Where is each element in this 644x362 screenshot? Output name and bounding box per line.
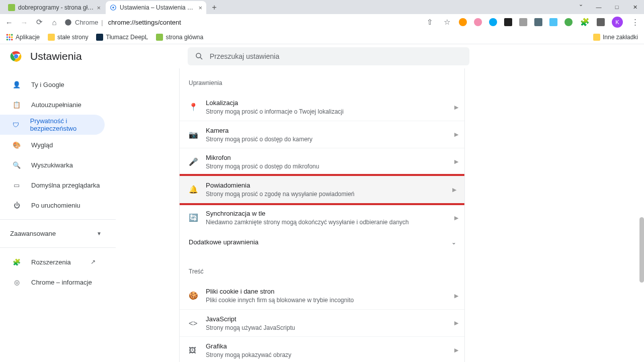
extension-icon[interactable] [474, 18, 482, 26]
extension-icon[interactable] [549, 18, 557, 26]
sidebar-item-label: Zaawansowane [10, 230, 56, 237]
bookmark-other[interactable]: Inne zakładki [593, 34, 638, 41]
row-microphone[interactable]: 🎤 MikrofonStrony mogą prosić o dostęp do… [180, 148, 464, 175]
extension-icon[interactable] [459, 18, 467, 26]
settings-page: Ustawienia Przeszukaj ustawienia 👤Ty i G… [0, 44, 644, 362]
maximize-button[interactable]: □ [608, 4, 626, 10]
search-icon: 🔍 [12, 161, 21, 169]
sidebar-item-label: Chrome – informacje [31, 279, 92, 286]
chevron-right-icon: ▶ [454, 347, 458, 353]
close-window-button[interactable]: ✕ [626, 4, 644, 11]
share-icon[interactable]: ⇧ [425, 18, 435, 27]
row-title: Grafika [206, 342, 454, 350]
camera-icon: 📷 [189, 130, 206, 139]
sidebar-item-label: Prywatność i bezpieczeństwo [30, 117, 105, 132]
tab-dobreprogramy[interactable]: dobreprogramy - strona główna × [4, 1, 105, 14]
chevron-down-icon: ⌄ [451, 239, 456, 246]
tab-settings-active[interactable]: Ustawienia – Ustawienia witryn × [106, 1, 206, 14]
star-icon[interactable]: ☆ [442, 18, 452, 27]
sidebar-item-about[interactable]: ◎Chrome – informacje [0, 272, 105, 292]
chevron-right-icon: ▶ [454, 158, 458, 165]
row-javascript[interactable]: <> JavaScriptStrony mogą używać JavaScri… [180, 309, 464, 336]
cookie-icon: 🍪 [189, 291, 206, 300]
bookmark-item[interactable]: strona główna [156, 34, 203, 41]
chevron-right-icon: ▶ [454, 104, 458, 111]
sidebar-item-privacy[interactable]: 🛡Prywatność i bezpieczeństwo [0, 115, 105, 135]
bookmark-item[interactable]: stałe strony [48, 34, 88, 41]
close-icon[interactable]: × [198, 4, 202, 12]
svg-point-3 [7, 34, 9, 36]
chevron-down-icon: ▼ [97, 231, 102, 236]
extension-icon[interactable] [597, 18, 605, 26]
row-title: JavaScript [206, 315, 454, 323]
sidebar-item-label: Wygląd [31, 141, 53, 149]
sidebar-item-extensions[interactable]: 🧩Rozszerzenia↗ [0, 252, 105, 272]
sidebar-item-you[interactable]: 👤Ty i Google [0, 74, 105, 95]
apps-icon [6, 34, 13, 41]
row-subtitle: Strony mogą prosić o zgodę na wysyłanie … [206, 191, 452, 198]
row-camera[interactable]: 📷 KameraStrony mogą prosić o dostęp do k… [180, 121, 464, 148]
forward-button[interactable]: → [19, 18, 29, 27]
url-text[interactable]: chrome://settings/content [108, 19, 181, 26]
settings-main: Uprawnienia 📍 LokalizacjaStrony mogą pro… [179, 68, 465, 362]
reload-button[interactable]: ⟳ [34, 18, 44, 27]
menu-button[interactable]: ⋮ [630, 18, 640, 27]
bookmark-label: strona główna [166, 34, 203, 41]
bookmark-label: Tłumacz DeepL [106, 34, 148, 41]
row-cookies[interactable]: 🍪 Pliki cookie i dane stronPliki cookie … [180, 282, 464, 309]
row-location[interactable]: 📍 LokalizacjaStrony mogą prosić o inform… [180, 94, 464, 121]
row-subtitle: Strony mogą prosić o dostęp do kamery [206, 136, 454, 143]
window-icon: ▭ [12, 182, 21, 189]
extension-icon[interactable] [534, 18, 542, 26]
sidebar-advanced[interactable]: Zaawansowane▼ [0, 224, 116, 243]
svg-point-6 [7, 36, 9, 38]
person-icon: 👤 [12, 81, 21, 88]
sidebar-item-autofill[interactable]: 📋Autouzupełnianie [0, 95, 105, 115]
section-permissions-label: Uprawnienia [180, 68, 464, 94]
search-icon [195, 52, 204, 61]
extension-icon[interactable] [519, 18, 527, 26]
bell-icon: 🔔 [189, 185, 206, 194]
close-icon[interactable]: × [97, 4, 101, 12]
row-subtitle: Strony mogą pokazywać obrazy [206, 351, 454, 358]
extension-icon[interactable] [565, 18, 573, 26]
browser-label: Chrome [75, 19, 98, 26]
sidebar-item-label: Ty i Google [31, 81, 64, 88]
bookmark-item[interactable]: Tłumacz DeepL [96, 34, 148, 41]
profile-avatar[interactable]: K [612, 17, 623, 28]
sidebar-item-search[interactable]: 🔍Wyszukiwarka [0, 155, 105, 175]
row-additional-permissions[interactable]: Dodatkowe uprawnienia ⌄ [180, 231, 464, 253]
folder-icon [593, 34, 600, 41]
minimize-button[interactable]: — [590, 4, 608, 10]
sidebar-item-label: Rozszerzenia [31, 258, 71, 266]
svg-point-1 [112, 7, 114, 9]
settings-header: Ustawienia Przeszukaj ustawienia [0, 44, 644, 68]
row-images[interactable]: 🖼 GrafikaStrony mogą pokazywać obrazy ▶ [180, 336, 464, 362]
row-title: Pliki cookie i dane stron [206, 288, 454, 295]
extension-icon[interactable] [489, 18, 497, 26]
chevron-down-icon[interactable]: ⌄ [572, 1, 590, 7]
home-button[interactable]: ⌂ [49, 18, 59, 27]
scrollbar-thumb[interactable] [639, 217, 644, 283]
row-title: Kamera [206, 127, 454, 134]
row-background-sync[interactable]: 🔄 Synchronizacja w tleNiedawno zamknięte… [180, 204, 464, 231]
bookmark-label: Inne zakładki [603, 34, 638, 41]
sidebar-item-appearance[interactable]: 🎨Wygląd [0, 135, 105, 155]
extensions-puzzle-icon[interactable]: 🧩 [580, 18, 590, 27]
site-info[interactable]: Chrome | [64, 19, 103, 26]
row-title: Synchronizacja w tle [206, 210, 454, 217]
bookmarks-bar: Aplikacje stałe strony Tłumacz DeepL str… [0, 30, 644, 44]
back-button[interactable]: ← [4, 18, 14, 27]
apps-button[interactable]: Aplikacje [6, 34, 40, 41]
extension-icon[interactable] [504, 18, 512, 26]
row-notifications[interactable]: 🔔 PowiadomieniaStrony mogą prosić o zgod… [179, 176, 465, 203]
sidebar-item-label: Autouzupełnianie [31, 101, 82, 109]
search-settings-input[interactable]: Przeszukaj ustawienia [188, 47, 469, 65]
sidebar-item-default[interactable]: ▭Domyślna przeglądarka [0, 175, 105, 195]
row-title: Mikrofon [206, 154, 454, 161]
section-content-label: Treść [180, 253, 464, 282]
bookmark-icon [96, 34, 103, 41]
chevron-right-icon: ▶ [454, 320, 458, 326]
sidebar-item-startup[interactable]: ⏻Po uruchomieniu [0, 195, 105, 215]
new-tab-button[interactable]: + [207, 1, 221, 14]
